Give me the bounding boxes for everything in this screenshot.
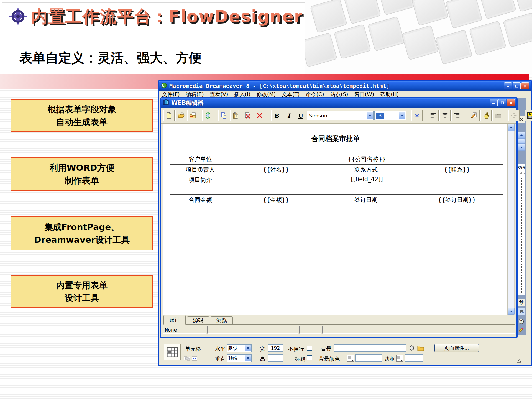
border-swatch[interactable] — [396, 355, 403, 362]
italic-button[interactable]: I — [283, 110, 294, 121]
form-table-cell[interactable] — [170, 205, 231, 214]
feature-box-frontpage-dreamweaver: 集成FrontPage、 Dreamwaver设计工具 — [11, 216, 153, 250]
scroll-down-icon[interactable] — [508, 308, 515, 315]
paste-button[interactable] — [230, 110, 241, 121]
form-table-cell[interactable]: {{签订日期}} — [411, 195, 503, 205]
open-file-button[interactable] — [175, 110, 186, 121]
open-template-button[interactable] — [187, 110, 198, 121]
ruler-ticks — [517, 171, 525, 175]
web-editor-toolbar: B I U Simsun 3 — [161, 108, 516, 124]
background-input[interactable] — [334, 344, 406, 352]
form-table: 客户单位{{公司名称}}项目负责人{{姓名}}联系方式{{联系}}项目简介[[f… — [170, 154, 503, 214]
more-options-button[interactable] — [411, 110, 423, 121]
form-table-cell[interactable]: 签订日期 — [321, 195, 411, 205]
table-selection-dashed-line — [521, 178, 522, 293]
delete-content-button[interactable] — [242, 110, 253, 121]
web-tab[interactable]: 设计 — [163, 315, 186, 325]
page-properties-button[interactable]: 页面属性... — [434, 344, 479, 352]
vertical-scrollbar[interactable] — [507, 124, 514, 315]
font-size-select[interactable]: 3 — [374, 111, 406, 120]
merge-cells-icon[interactable] — [184, 356, 190, 362]
web-editor-app-icon — [163, 99, 169, 106]
form-table-cell[interactable]: 项目负责人 — [170, 164, 231, 175]
copy-button[interactable] — [218, 110, 229, 121]
web-editor-titlebar[interactable]: WEB编辑器 — [161, 98, 516, 108]
hand-pointer-button[interactable] — [480, 110, 492, 121]
insert-field-button[interactable] — [469, 110, 480, 121]
point-to-file-icon[interactable] — [408, 345, 415, 352]
minimize-button[interactable] — [504, 82, 512, 89]
help-icon[interactable]: ? — [518, 318, 525, 325]
height-input[interactable] — [268, 354, 283, 362]
web-tab[interactable]: 源码 — [187, 316, 209, 324]
maximize-button[interactable] — [498, 99, 506, 106]
underline-button[interactable]: U — [295, 110, 306, 121]
form-table-cell[interactable]: 客户单位 — [170, 154, 231, 164]
panel-list-icon[interactable] — [518, 308, 525, 315]
form-table-cell[interactable]: {{公司名称}} — [231, 154, 503, 164]
scroll-up-icon[interactable] — [508, 124, 515, 131]
maximize-button[interactable] — [513, 82, 521, 89]
close-button[interactable] — [521, 82, 529, 89]
scrollbar-thumb[interactable] — [518, 139, 525, 144]
align-right-button[interactable] — [451, 110, 462, 121]
chevron-down-icon[interactable] — [245, 345, 251, 351]
form-table-cell[interactable]: 合同金额 — [170, 195, 231, 205]
feature-box-line: 内置专用表单 — [56, 279, 108, 291]
browse-folder-icon[interactable] — [417, 345, 424, 352]
web-editor-window-title: WEB编辑器 — [171, 99, 489, 107]
form-table-cell[interactable]: {{金额}} — [231, 195, 321, 205]
edit-pencil-icon[interactable] — [518, 326, 525, 333]
chevron-down-icon[interactable] — [367, 112, 373, 119]
form-table-cell[interactable]: 联系方式 — [321, 164, 411, 175]
design-view[interactable]: 合同档案审批单 客户单位{{公司名称}}项目负责人{{姓名}}联系方式{{联系}… — [163, 124, 515, 315]
dreamweaver-titlebar[interactable]: Macromedia Dreamweaver 8 - [C:\xtoa\tomc… — [159, 81, 531, 91]
form-table-cell[interactable]: [[field_42]] — [231, 175, 503, 195]
form-table-cell[interactable]: {{联系}} — [411, 164, 503, 175]
bgcolor-swatch[interactable] — [347, 355, 354, 362]
split-cell-icon[interactable] — [191, 356, 198, 362]
nowrap-label: 不换行 — [288, 346, 304, 353]
scroll-up-icon[interactable] — [518, 132, 525, 139]
document-ruler-strip: 850 — [517, 164, 525, 295]
new-document-button[interactable] — [163, 110, 175, 121]
vertical-select[interactable]: 顶端 — [227, 354, 252, 362]
form-table-cell[interactable] — [321, 205, 411, 214]
align-left-button[interactable] — [428, 110, 439, 121]
background-label: 背景 — [321, 346, 331, 353]
collapse-panel-icon[interactable] — [517, 359, 521, 364]
feature-box-line: Dreamwaver设计工具 — [34, 233, 130, 246]
delete-button[interactable] — [254, 110, 265, 121]
folder-disabled-button[interactable] — [492, 110, 503, 121]
font-family-value: Simsun — [309, 113, 327, 119]
status-panel — [322, 326, 515, 334]
form-table-cell[interactable] — [231, 205, 321, 214]
horizontal-select[interactable]: 默认 — [227, 344, 252, 352]
form-table-cell[interactable] — [411, 205, 503, 214]
close-button[interactable] — [507, 99, 515, 106]
bgcolor-input[interactable] — [355, 354, 382, 362]
form-table-cell[interactable]: {{姓名}} — [231, 164, 321, 175]
chevron-down-icon[interactable] — [245, 355, 251, 361]
font-family-select[interactable]: Simsun — [307, 111, 374, 120]
cell-grid-icon — [164, 344, 181, 360]
ruler-mark: 850 — [517, 165, 525, 170]
width-input[interactable] — [268, 344, 283, 352]
border-input[interactable] — [405, 354, 423, 362]
bold-button[interactable]: B — [271, 110, 282, 121]
form-table-cell[interactable]: 项目简介 — [170, 175, 231, 195]
scroll-down-icon[interactable] — [518, 144, 525, 151]
move-disabled-button[interactable] — [508, 110, 520, 121]
save-button[interactable] — [525, 110, 532, 121]
web-tab[interactable]: 浏览 — [211, 316, 233, 324]
svg-text:?: ? — [520, 319, 522, 323]
chevron-down-icon[interactable] — [399, 112, 405, 119]
property-inspector: 单元格 水平 默认 垂直 顶端 宽 高 不换行 标题 背景 — [159, 339, 531, 365]
nowrap-checkbox[interactable] — [307, 346, 312, 351]
dreamweaver-window-title: Macromedia Dreamweaver 8 - [C:\xtoa\tomc… — [169, 83, 503, 89]
minimize-button[interactable] — [490, 99, 498, 106]
status-bar: None — [163, 325, 515, 335]
header-checkbox[interactable] — [307, 355, 312, 360]
align-center-button[interactable] — [439, 110, 451, 121]
refresh-button[interactable] — [202, 110, 213, 121]
